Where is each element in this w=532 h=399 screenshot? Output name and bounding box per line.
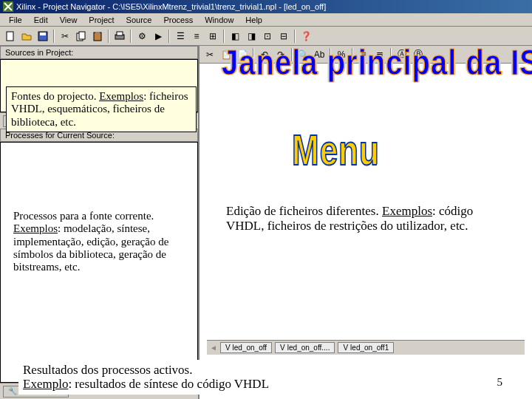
toolbar-separator	[168, 30, 170, 43]
tool-icon[interactable]: ⊞	[205, 29, 220, 44]
menu-project[interactable]: Project	[83, 15, 120, 25]
menu-file[interactable]: File	[3, 15, 28, 25]
wordart-menu: Menu	[292, 126, 380, 174]
vhdl-icon: V	[280, 344, 285, 352]
menu-help[interactable]: Help	[239, 15, 268, 25]
new-icon[interactable]	[3, 29, 18, 44]
annotation-status: Resultados dos processos activos.Exemplo…	[18, 360, 432, 395]
paste-icon[interactable]	[90, 29, 105, 44]
tool-icon[interactable]: ☰	[173, 29, 188, 44]
editor-tabs-row: ◄ Vled_on_off Vled_on_off.... Vled_on_of…	[207, 340, 525, 355]
menubar: File Edit View Project Source Process Wi…	[0, 13, 532, 27]
toolbar-separator	[108, 30, 109, 43]
vhdl-icon: V	[225, 344, 231, 352]
titlebar: Xilinx - Project Navigator - C:\ISE5\Xil…	[0, 0, 532, 13]
svg-rect-7	[95, 32, 100, 34]
open-icon[interactable]	[19, 29, 34, 44]
toolbar-separator	[53, 30, 55, 43]
editor-tab[interactable]: Vled_on_off....	[275, 342, 335, 353]
tool-icon[interactable]: ⚙	[134, 29, 149, 44]
toolbar-separator	[223, 30, 225, 43]
svg-rect-5	[79, 32, 85, 39]
annotation-editor: Edição de ficheiros diferentes. Exemplos…	[222, 201, 502, 236]
tool-icon[interactable]: ◨	[244, 29, 259, 44]
svg-rect-3	[40, 33, 46, 35]
tool-icon[interactable]: ≡	[189, 29, 204, 44]
editor-tool-icon[interactable]: ✂	[202, 47, 217, 62]
annotation-processes: Processos para a fonte corrente. Exemplo…	[9, 207, 194, 276]
toolbar-separator	[294, 30, 296, 43]
svg-rect-1	[7, 32, 13, 41]
tool-icon[interactable]: ▶	[151, 29, 166, 44]
save-icon[interactable]	[35, 29, 50, 44]
cut-icon[interactable]: ✂	[58, 29, 72, 44]
wordart-title: Janela principal da ISE	[222, 43, 532, 83]
slide-number: 5	[497, 376, 503, 389]
app-icon	[3, 1, 13, 12]
menu-process[interactable]: Process	[157, 15, 199, 25]
svg-rect-9	[117, 32, 123, 35]
tool-icon[interactable]: ⊡	[260, 29, 275, 44]
editor-tab[interactable]: Vled_on_off1	[338, 342, 394, 353]
copy-icon[interactable]	[74, 29, 89, 44]
process-icon: 🔧	[8, 387, 17, 396]
toolbar-separator	[130, 30, 132, 43]
annotation-sources: Fontes do projecto. Exemplos: ficheiros …	[6, 86, 197, 132]
print-icon[interactable]	[112, 29, 127, 44]
menu-source[interactable]: Source	[120, 15, 158, 25]
menu-view[interactable]: View	[54, 15, 83, 25]
tool-icon[interactable]: ◧	[228, 29, 242, 44]
titlebar-text: Xilinx - Project Navigator - C:\ISE5\Xil…	[16, 2, 326, 11]
sources-header: Sources in Project:	[0, 46, 198, 59]
vhdl-icon: V	[343, 344, 348, 352]
tool-icon[interactable]: ❓	[299, 29, 313, 44]
menu-window[interactable]: Window	[199, 15, 239, 25]
tool-icon[interactable]: ⊟	[276, 29, 291, 44]
editor-tab[interactable]: Vled_on_off	[220, 342, 272, 353]
menu-edit[interactable]: Edit	[28, 15, 54, 25]
